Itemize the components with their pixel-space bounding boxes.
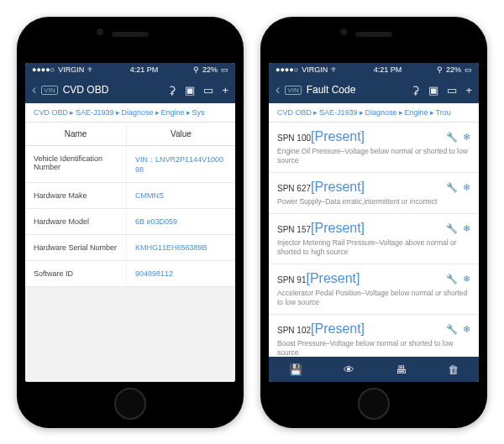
table-row[interactable]: Vehicle Identification NumberVIN：LNVR2P1… bbox=[25, 146, 235, 183]
wrench-icon[interactable]: 🔧 bbox=[446, 132, 458, 143]
bc-item[interactable]: Sys bbox=[192, 108, 205, 117]
bluetooth-nav-icon[interactable]: ⚳ bbox=[412, 84, 420, 97]
table-row[interactable]: Hardware MakeCMMNS bbox=[25, 183, 235, 209]
wrench-icon[interactable]: 🔧 bbox=[446, 324, 458, 335]
bc-item[interactable]: SAE-J1939 bbox=[76, 108, 114, 117]
camera-icon[interactable]: ▭ bbox=[203, 84, 213, 97]
bluetooth-nav-icon[interactable]: ⚳ bbox=[168, 84, 176, 97]
clear-icon[interactable]: 🗑 bbox=[448, 363, 459, 376]
add-icon[interactable]: + bbox=[465, 84, 472, 97]
battery-label: 22% bbox=[446, 65, 461, 74]
phone-right: ●●●●○ VIRGIN ᯤ 4:21 PM ⚲ 22% ▭ ‹ VIN Fau… bbox=[260, 17, 487, 428]
carrier-label: VIRGIN bbox=[302, 65, 328, 74]
breadcrumb[interactable]: CVD OBD▸SAE-J1939▸Diagnose▸Engine▸Trou bbox=[269, 103, 479, 123]
wrench-icon[interactable]: 🔧 bbox=[446, 274, 458, 285]
clock-label: 4:21 PM bbox=[374, 65, 402, 74]
table-header: Name Value bbox=[25, 123, 235, 146]
fault-item[interactable]: SPN 157[Present]🔧❄ Injector Metering Rai… bbox=[269, 214, 479, 264]
table-row[interactable]: Hardware Serial NumberKMHG11EH656389B bbox=[25, 235, 235, 261]
wifi-icon: ᯤ bbox=[331, 65, 339, 74]
fault-item[interactable]: SPN 91[Present]🔧❄ Accelerator Pedal Posi… bbox=[269, 264, 479, 315]
camera-icon[interactable]: ▭ bbox=[447, 84, 457, 97]
battery-label: 22% bbox=[202, 65, 218, 74]
bottom-toolbar: 💾 👁 🖶 🗑 bbox=[269, 357, 479, 382]
bc-item[interactable]: CVD OBD bbox=[277, 108, 312, 117]
status-bar: ●●●●○ VIRGIN ᯤ 4:21 PM ⚲ 22% ▭ bbox=[269, 63, 479, 76]
nav-bar: ‹ VIN CVD OBD ⚳ ▣ ▭ + bbox=[25, 76, 235, 103]
nav-bar: ‹ VIN Fault Code ⚳ ▣ ▭ + bbox=[269, 76, 479, 103]
phone-left: ●●●●○ VIRGIN ᯤ 4:21 PM ⚲ 22% ▭ ‹ VIN CVD… bbox=[17, 17, 244, 428]
bc-item[interactable]: Trou bbox=[436, 108, 451, 117]
vin-badge[interactable]: VIN bbox=[285, 86, 301, 95]
bc-item[interactable]: Engine bbox=[161, 108, 185, 117]
battery-icon: ▭ bbox=[465, 65, 472, 74]
save-icon[interactable]: 💾 bbox=[289, 363, 302, 376]
freeze-icon[interactable]: ❄ bbox=[463, 182, 470, 193]
add-icon[interactable]: + bbox=[222, 84, 228, 97]
battery-icon: ▭ bbox=[221, 65, 228, 74]
signal-dots-icon: ●●●●○ bbox=[32, 65, 55, 74]
screen-right: ●●●●○ VIRGIN ᯤ 4:21 PM ⚲ 22% ▭ ‹ VIN Fau… bbox=[269, 63, 479, 382]
content-area: SPN 100[Present]🔧❄ Engine Oil Pressure–V… bbox=[269, 123, 479, 357]
status-bar: ●●●●○ VIRGIN ᯤ 4:21 PM ⚲ 22% ▭ bbox=[25, 63, 235, 76]
fault-item[interactable]: SPN 100[Present]🔧❄ Engine Oil Pressure–V… bbox=[269, 123, 479, 173]
fault-item[interactable]: SPN 627[Present]🔧❄ Power Supply–Data err… bbox=[269, 173, 479, 214]
bluetooth-icon: ⚲ bbox=[437, 65, 443, 74]
home-button[interactable] bbox=[114, 388, 146, 420]
carrier-label: VIRGIN bbox=[58, 65, 84, 74]
bc-item[interactable]: SAE-J1939 bbox=[319, 108, 358, 117]
bc-item[interactable]: Diagnose bbox=[122, 108, 154, 117]
screen-left: ●●●●○ VIRGIN ᯤ 4:21 PM ⚲ 22% ▭ ‹ VIN CVD… bbox=[25, 63, 235, 382]
wifi-icon: ᯤ bbox=[87, 65, 95, 74]
bc-item[interactable]: Diagnose bbox=[365, 108, 397, 117]
home-button[interactable] bbox=[358, 388, 390, 420]
back-icon[interactable]: ‹ bbox=[276, 82, 280, 97]
page-title: CVD OBD bbox=[63, 84, 164, 96]
clock-label: 4:21 PM bbox=[130, 65, 159, 74]
signal-dots-icon: ●●●●○ bbox=[276, 65, 298, 74]
bluetooth-icon: ⚲ bbox=[193, 65, 199, 74]
fault-item[interactable]: SPN 102[Present]🔧❄ Boost Pressure–Voltag… bbox=[269, 315, 479, 357]
card-icon[interactable]: ▣ bbox=[428, 84, 438, 97]
col-value: Value bbox=[126, 123, 235, 145]
freeze-icon[interactable]: ❄ bbox=[463, 274, 470, 285]
freeze-icon[interactable]: ❄ bbox=[463, 324, 470, 335]
freeze-icon[interactable]: ❄ bbox=[463, 132, 470, 143]
bc-item[interactable]: Engine bbox=[405, 108, 428, 117]
card-icon[interactable]: ▣ bbox=[185, 84, 195, 97]
table-row[interactable]: Software ID904898112 bbox=[25, 261, 235, 287]
breadcrumb[interactable]: CVD OBD▸SAE-J1939▸Diagnose▸Engine▸Sys bbox=[25, 103, 235, 123]
table-row[interactable]: Hardware Model6B e03D059 bbox=[25, 209, 235, 235]
wrench-icon[interactable]: 🔧 bbox=[446, 182, 458, 193]
col-name: Name bbox=[25, 123, 126, 145]
back-icon[interactable]: ‹ bbox=[32, 82, 36, 97]
content-area: Name Value Vehicle Identification Number… bbox=[25, 123, 235, 382]
page-title: Fault Code bbox=[307, 84, 407, 96]
print-icon[interactable]: 🖶 bbox=[396, 363, 407, 376]
vin-badge[interactable]: VIN bbox=[41, 86, 57, 95]
bc-item[interactable]: CVD OBD bbox=[34, 108, 68, 117]
freeze-icon[interactable]: ❄ bbox=[463, 223, 470, 234]
wrench-icon[interactable]: 🔧 bbox=[446, 223, 458, 234]
view-icon[interactable]: 👁 bbox=[344, 363, 354, 376]
